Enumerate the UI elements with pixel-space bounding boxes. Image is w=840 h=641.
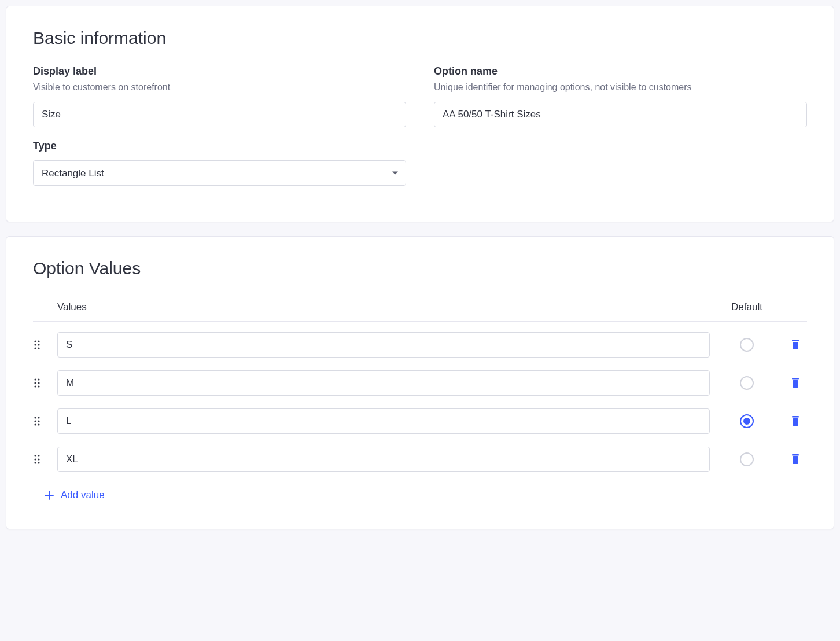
delete-column [784, 412, 807, 430]
default-column [710, 338, 784, 352]
display-label-field: Display label Visible to customers on st… [33, 65, 406, 127]
display-label-label: Display label [33, 65, 406, 78]
drag-handle[interactable] [33, 340, 57, 350]
svg-point-2 [34, 344, 36, 345]
drag-handle[interactable] [33, 416, 57, 426]
default-column [710, 376, 784, 390]
option-name-field: Option name Unique identifier for managi… [434, 65, 807, 127]
option-value-input[interactable] [57, 408, 710, 434]
drag-handle-icon [33, 416, 42, 426]
option-value-row [33, 408, 807, 434]
svg-rect-14 [792, 378, 799, 380]
svg-rect-30 [792, 454, 799, 456]
option-value-input[interactable] [57, 447, 710, 472]
default-radio[interactable] [740, 414, 754, 428]
trash-icon [790, 415, 801, 428]
delete-button[interactable] [787, 336, 804, 353]
default-column [710, 452, 784, 466]
trash-icon [790, 338, 801, 351]
delete-button[interactable] [787, 412, 804, 430]
display-label-input[interactable] [33, 102, 406, 127]
option-name-input[interactable] [434, 102, 807, 127]
svg-point-11 [38, 382, 39, 384]
basic-info-row1: Display label Visible to customers on st… [33, 65, 807, 140]
svg-point-13 [38, 385, 39, 387]
svg-point-19 [38, 420, 39, 422]
option-value-input[interactable] [57, 332, 710, 358]
svg-rect-31 [793, 456, 798, 464]
type-select[interactable]: Rectangle List [33, 160, 406, 186]
default-radio[interactable] [740, 376, 754, 390]
delete-column [784, 374, 807, 392]
svg-point-20 [34, 423, 36, 425]
svg-point-10 [34, 382, 36, 384]
svg-rect-23 [793, 418, 798, 426]
drag-handle[interactable] [33, 378, 57, 388]
basic-info-row2: Type Rectangle List [33, 140, 807, 198]
default-radio[interactable] [740, 338, 754, 352]
default-column [710, 414, 784, 428]
trash-icon [790, 453, 801, 466]
svg-point-1 [38, 340, 39, 342]
svg-point-24 [34, 455, 36, 456]
svg-rect-15 [793, 380, 798, 388]
option-values-card: Option Values Values Default Add value [6, 236, 834, 529]
svg-point-12 [34, 385, 36, 387]
delete-column [784, 336, 807, 353]
plus-icon [43, 489, 55, 501]
option-value-row [33, 447, 807, 472]
add-value-label: Add value [61, 489, 105, 501]
add-value-button[interactable]: Add value [43, 485, 105, 506]
basic-info-card: Basic information Display label Visible … [6, 6, 834, 222]
trash-icon [790, 377, 801, 389]
default-radio[interactable] [740, 452, 754, 466]
svg-rect-22 [792, 416, 799, 418]
svg-point-18 [34, 420, 36, 422]
header-default: Default [710, 301, 784, 313]
svg-point-25 [38, 455, 39, 456]
option-values-header: Values Default [33, 296, 807, 322]
svg-point-27 [38, 458, 39, 460]
svg-point-29 [38, 462, 39, 463]
svg-point-8 [34, 378, 36, 380]
type-select-wrap: Rectangle List [33, 160, 406, 186]
svg-point-3 [38, 344, 39, 345]
option-value-row [33, 370, 807, 396]
drag-handle-icon [33, 454, 42, 465]
svg-point-17 [38, 417, 39, 418]
drag-handle-icon [33, 378, 42, 388]
drag-handle[interactable] [33, 454, 57, 465]
svg-point-28 [34, 462, 36, 463]
type-label: Type [33, 140, 406, 152]
svg-point-21 [38, 423, 39, 425]
option-name-label: Option name [434, 65, 807, 78]
svg-rect-6 [792, 340, 799, 341]
delete-button[interactable] [787, 451, 804, 468]
svg-point-5 [38, 347, 39, 349]
option-value-row [33, 332, 807, 358]
option-value-input[interactable] [57, 370, 710, 396]
svg-point-26 [34, 458, 36, 460]
svg-point-9 [38, 378, 39, 380]
option-values-title: Option Values [33, 259, 807, 278]
basic-info-title: Basic information [33, 28, 807, 48]
delete-column [784, 451, 807, 468]
drag-handle-icon [33, 340, 42, 350]
svg-point-4 [34, 347, 36, 349]
svg-point-16 [34, 417, 36, 418]
option-values-rows [33, 322, 807, 472]
svg-rect-7 [793, 342, 798, 349]
svg-point-0 [34, 340, 36, 342]
delete-button[interactable] [787, 374, 804, 392]
header-values: Values [33, 301, 710, 313]
type-field: Type Rectangle List [33, 140, 406, 186]
display-label-help: Visible to customers on storefront [33, 82, 406, 93]
option-name-help: Unique identifier for managing options, … [434, 82, 807, 93]
